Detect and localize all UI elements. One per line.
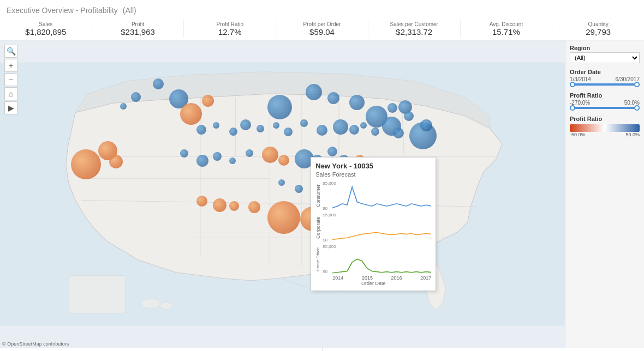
consumer-label: Consumer	[315, 181, 323, 211]
kpi-sales-per-customer: Sales per Customer$2,313.72	[368, 20, 461, 38]
map-section[interactable]: 🔍 + − ⌂ ▶ New York - 10035 Sales Forecas…	[0, 40, 565, 348]
order-date-slider[interactable]	[570, 83, 640, 86]
tooltip-title: New York - 10035	[315, 162, 431, 170]
region-select[interactable]: (All)	[570, 52, 640, 63]
bottom-right-title: Monthly Sales by Produ	[323, 348, 645, 351]
tooltip-x-title: Order Date	[315, 281, 431, 286]
right-panel: Region (All) Order Date 1/3/2014 6/30/20…	[565, 40, 644, 348]
home-office-label: Home Office	[315, 244, 323, 274]
profit-ratio-slider[interactable]	[570, 107, 640, 109]
bottom-left-title: Monthly Sales by Segment - States: All	[0, 348, 322, 351]
profit-ratio-filter: Profit Ratio -270.0% 50.0%	[570, 92, 640, 110]
order-date-filter: Order Date 1/3/2014 6/30/2017	[570, 69, 640, 87]
bottom-left-section: Monthly Sales by Segment - States: All C…	[0, 348, 323, 351]
tooltip-subtitle: Sales Forecast	[315, 171, 431, 178]
svg-point-13	[141, 299, 160, 308]
kpi-profit: Profit$231,963	[92, 20, 184, 38]
kpi-avg.-discount: Avg. Discount15.71%	[461, 20, 553, 38]
kpi-bar: Sales$1,820,895Profit$231,963Profit Rati…	[0, 18, 644, 40]
search-button[interactable]: 🔍	[4, 45, 17, 58]
bottom-right-section: Monthly Sales by Produ Furniture $20,000…	[323, 348, 645, 351]
corporate-label: Corporate	[315, 213, 323, 243]
kpi-sales: Sales$1,820,895	[0, 20, 92, 38]
svg-rect-12	[69, 276, 126, 313]
page-title: Executive Overview - Profitability (All)	[0, 0, 644, 18]
map-tooltip: New York - 10035 Sales Forecast Consumer…	[311, 157, 436, 291]
kpi-quantity: Quantity29,793	[552, 20, 644, 38]
map-controls: 🔍 + − ⌂ ▶	[4, 45, 17, 114]
zoom-out-button[interactable]: −	[4, 73, 17, 86]
home-button[interactable]: ⌂	[4, 87, 17, 100]
zoom-in-button[interactable]: +	[4, 59, 17, 72]
kpi-profit-ratio: Profit Ratio12.7%	[184, 20, 276, 38]
profit-ratio-legend: Profit Ratio -50.0% 50.0%	[570, 116, 640, 137]
map-attribution: © OpenStreetMap contributors	[2, 341, 69, 347]
svg-point-14	[160, 302, 172, 310]
play-button[interactable]: ▶	[4, 101, 17, 114]
region-filter: Region (All)	[570, 45, 640, 63]
kpi-profit-per-order: Profit per Order$59.04	[276, 20, 368, 38]
